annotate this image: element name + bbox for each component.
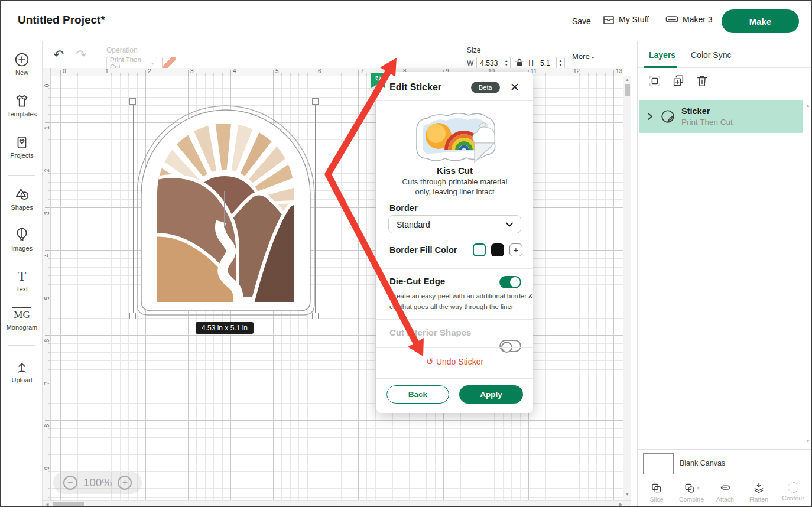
sidebar-item-text[interactable]: T Text: [1, 268, 43, 292]
attach-button[interactable]: Attach: [716, 482, 734, 503]
fill-swatch-white[interactable]: [473, 243, 486, 256]
blank-canvas-row[interactable]: Blank Canvas: [638, 449, 812, 477]
ruler-number: 0: [44, 82, 50, 89]
height-label: H: [528, 59, 534, 67]
images-icon: [14, 227, 30, 243]
sidebar-item-templates[interactable]: Templates: [1, 93, 43, 118]
layers-scroll-up-arrow[interactable]: ▲: [805, 103, 810, 108]
ruler-number: 13: [616, 68, 622, 74]
sidebar-item-upload[interactable]: Upload: [1, 359, 43, 384]
die-cut-toggle[interactable]: [499, 276, 521, 288]
width-label: W: [467, 59, 473, 67]
layers-scroll-down-arrow[interactable]: ▼: [805, 438, 810, 444]
ruler-number: 5: [44, 295, 50, 302]
my-stuff-label: My Stuff: [619, 15, 649, 24]
save-button[interactable]: Save: [572, 17, 591, 26]
combine-button[interactable]: ▾ Combine: [679, 482, 704, 503]
chevron-down-icon: [506, 222, 513, 227]
sidebar-label: New: [15, 69, 28, 76]
sidebar-label: Images: [11, 245, 33, 252]
new-icon: [14, 52, 30, 67]
ruler-number: 1: [44, 125, 50, 132]
scroll-right-arrow[interactable]: ▶: [619, 502, 622, 507]
height-value[interactable]: [537, 57, 555, 69]
operation-label: Operation: [106, 46, 176, 54]
duplicate-icon[interactable]: [672, 74, 685, 87]
tab-color-sync[interactable]: Color Sync: [691, 50, 731, 60]
project-title[interactable]: Untitled Project*: [18, 14, 105, 27]
more-button[interactable]: More ▾: [572, 52, 594, 61]
zoom-in-button[interactable]: +: [118, 476, 132, 490]
combine-icon: [683, 482, 695, 494]
machine-select[interactable]: Maker 3: [665, 14, 713, 25]
layers-tabs: Layers Color Sync: [638, 41, 812, 68]
layer-name: Sticker: [681, 106, 733, 116]
selection-handle-tl[interactable]: [129, 98, 136, 105]
undo-sticker-button[interactable]: ↺ Undo Sticker: [376, 356, 533, 367]
zoom-out-button[interactable]: −: [63, 476, 77, 490]
add-color-button[interactable]: +: [509, 243, 522, 256]
layer-row-sticker[interactable]: Sticker Print Then Cut: [639, 100, 803, 133]
width-value[interactable]: [477, 57, 501, 69]
trash-icon[interactable]: [696, 74, 709, 87]
scroll-left-arrow[interactable]: ◀: [46, 502, 48, 507]
sidebar-item-shapes[interactable]: Shapes: [1, 187, 43, 211]
ruler-number: 1: [105, 68, 109, 74]
sidebar-label: Templates: [7, 110, 37, 118]
tab-layers[interactable]: Layers: [649, 50, 675, 60]
templates-icon: [14, 93, 30, 109]
scroll-up-arrow[interactable]: ▲: [625, 77, 629, 82]
chevron-right-icon[interactable]: [647, 112, 654, 121]
vertical-scrollbar[interactable]: ▲ ▼: [623, 76, 631, 500]
projects-icon: [14, 135, 30, 150]
sidebar-item-new[interactable]: New: [1, 52, 43, 76]
horizontal-scrollbar[interactable]: ◀ ▶: [43, 500, 631, 507]
scroll-down-arrow[interactable]: ▼: [625, 492, 629, 496]
sidebar-item-monogram[interactable]: MG Monogram: [1, 307, 43, 331]
selection-handle-br[interactable]: [312, 313, 319, 319]
ruler-number: 2: [44, 167, 50, 174]
selection-handle-bl[interactable]: [129, 313, 136, 319]
die-cut-desc-1: Create an easy-peel with an additional b…: [389, 292, 533, 300]
ruler-number: 4: [233, 68, 236, 74]
make-button[interactable]: Make: [722, 9, 799, 33]
cut-interior-label: Cut Interior Shapes: [389, 327, 471, 337]
ruler-number: 4: [44, 252, 50, 259]
contour-button[interactable]: Contour: [782, 482, 804, 502]
back-button[interactable]: Back: [386, 385, 449, 404]
machine-icon: [665, 14, 678, 25]
text-icon: T: [18, 268, 27, 284]
sidebar-divider: [8, 175, 35, 176]
border-select[interactable]: Standard: [388, 215, 521, 233]
apply-button[interactable]: Apply: [459, 385, 523, 404]
width-stepper[interactable]: ▲▼: [502, 57, 510, 69]
operation-group: Operation Print Then Cut▾: [106, 46, 176, 70]
undo-sticker-label: Undo Sticker: [436, 357, 483, 366]
cut-interior-toggle[interactable]: [499, 340, 521, 352]
border-fill-label: Border Fill Color: [389, 245, 457, 255]
selection-box[interactable]: [133, 102, 316, 316]
horizontal-scroll-thumb[interactable]: [53, 502, 84, 507]
undo-sticker-icon: ↺: [426, 356, 434, 366]
height-stepper[interactable]: ▲▼: [556, 57, 564, 69]
undo-button[interactable]: ↶: [53, 47, 64, 63]
ruler-number: 2: [148, 68, 151, 74]
vertical-scroll-thumb[interactable]: [625, 84, 630, 96]
ruler-number: 12: [573, 68, 580, 74]
size-label: Size: [467, 46, 565, 54]
redo-button[interactable]: ↷: [76, 47, 86, 63]
sidebar-item-images[interactable]: Images: [1, 227, 43, 252]
group-icon[interactable]: [648, 74, 661, 87]
my-stuff-button[interactable]: My Stuff: [603, 14, 649, 25]
lock-icon[interactable]: [515, 58, 524, 69]
close-icon[interactable]: ✕: [506, 79, 523, 95]
slice-button[interactable]: Slice: [650, 482, 664, 503]
die-cut-label: Die-Cut Edge: [389, 276, 445, 286]
flatten-button[interactable]: Flatten: [749, 482, 768, 503]
fill-swatch-black[interactable]: [491, 243, 504, 256]
selection-handle-tr[interactable]: [312, 98, 319, 105]
canvas-color-swatch[interactable]: [643, 453, 674, 474]
sidebar-item-projects[interactable]: Projects: [1, 135, 43, 159]
ruler-number: 3: [44, 210, 50, 217]
border-label: Border: [389, 203, 418, 213]
